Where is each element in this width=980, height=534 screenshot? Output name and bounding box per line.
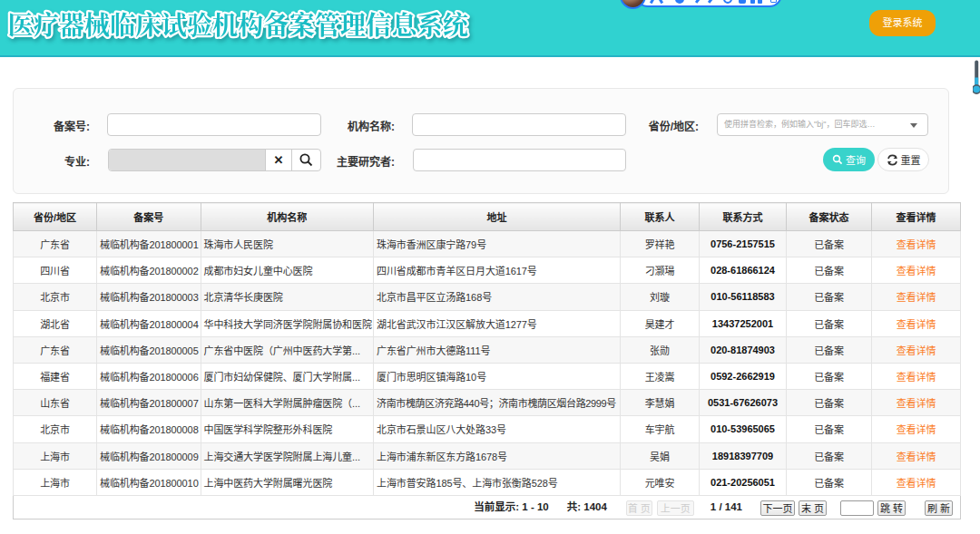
svg-text:医疗器械临床试验机构备案管理信息系统: 医疗器械临床试验机构备案管理信息系统 [8,11,470,40]
